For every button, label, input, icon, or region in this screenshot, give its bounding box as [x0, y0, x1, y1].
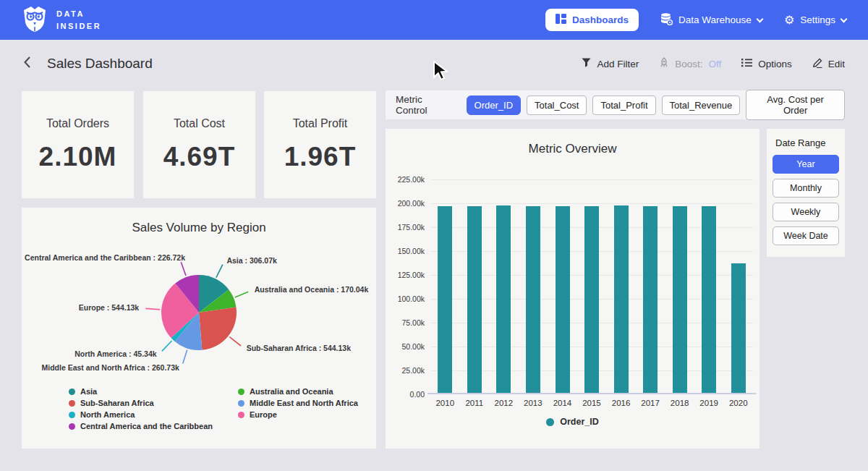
settings-menu[interactable]: ⚙ Settings: [784, 14, 846, 26]
page-title: Sales Dashboard: [47, 56, 153, 72]
pie-legend-item[interactable]: Australia and Oceania: [238, 386, 358, 397]
metric-option-avg-cost-per-order[interactable]: Avg. Cost per Order: [746, 90, 845, 120]
x-axis-line: [427, 393, 756, 394]
bar-2011[interactable]: [467, 206, 482, 393]
x-axis-tick: 2011: [460, 399, 490, 407]
legend-dot: [546, 418, 554, 426]
pie-slice[interactable]: [199, 307, 237, 350]
gridline: [430, 203, 753, 204]
pie-legend-item[interactable]: Europe: [238, 409, 358, 420]
boost-toggle[interactable]: Boost: Off: [659, 57, 721, 70]
chevron-down-icon: [756, 15, 763, 22]
pie-data-label: Australia and Oceania : 170.04k: [255, 285, 369, 294]
pencil-icon: [812, 58, 822, 70]
options-button[interactable]: Options: [741, 58, 792, 69]
y-axis-tick: 50.00k: [386, 342, 425, 351]
x-axis-tick: 2019: [694, 399, 724, 407]
bar-2010[interactable]: [438, 206, 452, 393]
legend-label: Sub-Saharan Africa: [80, 399, 154, 407]
legend-dot: [69, 412, 75, 418]
pie-data-label: Central America and the Caribbean : 226.…: [25, 253, 185, 262]
x-axis-tick: 2015: [577, 399, 607, 407]
bar-2012[interactable]: [496, 205, 511, 393]
pie-leader-line: [145, 308, 160, 310]
pie-leader-line: [183, 350, 187, 364]
chevron-down-icon: [841, 15, 848, 22]
kpi-label: Total Cost: [143, 117, 255, 130]
x-axis-tick: 2016: [606, 399, 636, 407]
pie-legend-column: AsiaSub-Saharan AfricaNorth AmericaCentr…: [69, 386, 213, 432]
metric-control-bar: Metric Control Order_ID Total_Cost Total…: [386, 90, 845, 119]
database-icon: [660, 13, 673, 27]
pie-legend-item[interactable]: North America: [69, 409, 213, 420]
pie-legend-item[interactable]: Central America and the Caribbean: [69, 420, 213, 432]
date-range-monthly-button[interactable]: Monthly: [773, 179, 839, 198]
settings-label: Settings: [800, 14, 835, 25]
y-axis-tick: 150.00k: [386, 247, 425, 255]
bar-2020[interactable]: [731, 263, 746, 393]
date-range-weekly-button[interactable]: Weekly: [773, 203, 839, 221]
dashboard-toolbar: Sales Dashboard Add Filter Boost: Off: [0, 40, 868, 88]
bar-2018[interactable]: [673, 206, 687, 393]
metric-option-order-id[interactable]: Order_ID: [467, 96, 521, 115]
legend-dot: [238, 412, 244, 418]
pie-legend-item[interactable]: Asia: [69, 386, 213, 397]
legend-label: Australia and Oceania: [250, 387, 333, 396]
x-axis-tick: 2017: [636, 399, 665, 407]
dashboards-button[interactable]: Dashboards: [545, 9, 639, 31]
kpi-card-total-cost: Total Cost 4.69T: [143, 91, 255, 198]
edit-button[interactable]: Edit: [812, 58, 845, 70]
y-axis-tick: 100.00k: [386, 294, 425, 303]
date-range-week-date-button[interactable]: Week Date: [773, 226, 839, 245]
pie-legend-item[interactable]: Sub-Saharan Africa: [69, 397, 213, 409]
bar-2014[interactable]: [556, 206, 570, 393]
brand-text: DATA INSIDER: [56, 8, 101, 32]
pie-legend-column: Australia and OceaniaMiddle East and Nor…: [238, 386, 358, 432]
filter-funnel-icon: [582, 58, 591, 69]
pie-data-label: Sub-Saharan Africa : 544.13k: [247, 344, 351, 352]
gear-icon: ⚙: [784, 14, 794, 26]
pie-data-label: Europe : 544.13k: [79, 303, 140, 312]
x-axis-tick: 2020: [724, 399, 754, 407]
metric-option-total-profit[interactable]: Total_Profit: [592, 96, 655, 115]
add-filter-button[interactable]: Add Filter: [582, 58, 639, 69]
legend-dot: [69, 389, 75, 395]
data-warehouse-menu[interactable]: Data Warehouse: [660, 13, 762, 27]
pie-data-label: North America : 45.34k: [75, 349, 157, 358]
pie-chart-card: Sales Volume by Region Asia : 306.07kAus…: [22, 208, 376, 449]
kpi-value: 1.96T: [264, 142, 376, 172]
kpi-card-total-profit: Total Profit 1.96T: [264, 91, 376, 198]
x-axis-tick: 2018: [665, 399, 694, 407]
pie-legend-item[interactable]: Middle East and North Africa: [238, 397, 358, 409]
legend-dot: [69, 400, 75, 407]
bar-2013[interactable]: [526, 206, 540, 393]
legend-label: North America: [80, 410, 135, 419]
x-axis-tick: 2013: [519, 399, 548, 407]
brand-logo[interactable]: DATA INSIDER: [22, 5, 101, 35]
y-axis-tick: 225.00k: [386, 175, 425, 184]
bar-2016[interactable]: [614, 205, 629, 393]
kpi-value: 2.10M: [22, 142, 134, 172]
pie-legend: AsiaSub-Saharan AfricaNorth AmericaCentr…: [22, 386, 376, 432]
bar-2019[interactable]: [702, 206, 716, 393]
pie-data-label: Middle East and North Africa : 260.73k: [41, 363, 179, 372]
legend-label: Order_ID: [560, 417, 599, 427]
metric-option-total-cost[interactable]: Total_Cost: [527, 96, 587, 115]
bar-2015[interactable]: [584, 206, 599, 393]
pie-leader-line: [235, 292, 248, 297]
kpi-value: 4.69T: [143, 142, 255, 172]
y-axis-tick: 125.00k: [386, 271, 425, 279]
metric-option-total-revenue[interactable]: Total_Revenue: [662, 96, 741, 115]
pie-leader-line: [181, 262, 186, 276]
back-button[interactable]: [23, 56, 31, 72]
bar-2017[interactable]: [643, 206, 658, 393]
legend-label: Middle East and North Africa: [250, 399, 358, 407]
legend-label: Central America and the Caribbean: [80, 422, 213, 430]
dashboards-label: Dashboards: [572, 14, 629, 25]
x-axis-tick: 2012: [489, 399, 519, 407]
date-range-panel: Date Range Year Monthly Weekly Week Date: [767, 129, 845, 257]
date-range-year-button[interactable]: Year: [773, 155, 839, 174]
dashboards-grid-icon: [556, 14, 566, 26]
bar-chart-title: Metric Overview: [386, 129, 760, 156]
data-warehouse-label: Data Warehouse: [678, 14, 752, 25]
